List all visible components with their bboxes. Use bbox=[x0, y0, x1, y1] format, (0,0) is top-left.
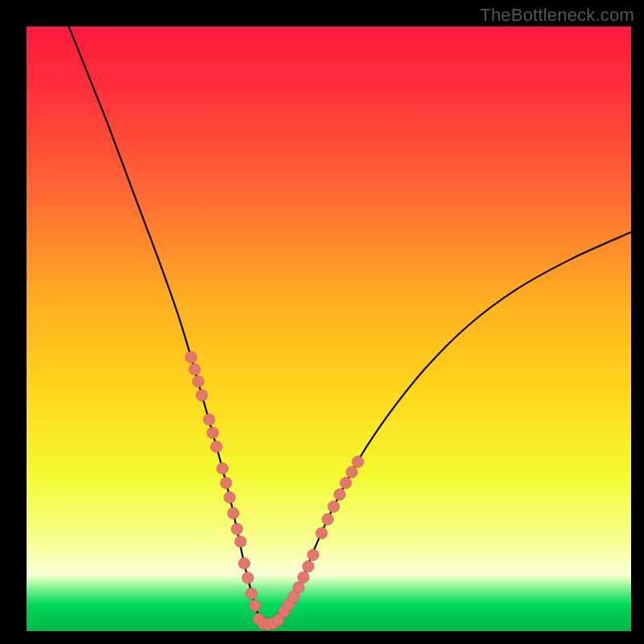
data-dot bbox=[231, 523, 242, 535]
data-dot bbox=[328, 501, 339, 512]
data-dot bbox=[221, 477, 232, 489]
data-dot bbox=[224, 492, 235, 503]
data-dot bbox=[346, 466, 357, 477]
data-dot bbox=[246, 588, 257, 599]
gradient-background bbox=[27, 27, 631, 631]
data-dot bbox=[217, 463, 228, 474]
data-dot bbox=[207, 427, 218, 438]
data-dot bbox=[316, 527, 327, 539]
data-dot bbox=[303, 560, 314, 572]
plot-area bbox=[27, 27, 631, 631]
data-dot bbox=[235, 536, 246, 547]
data-dot bbox=[322, 514, 333, 525]
data-dot bbox=[211, 441, 222, 452]
data-dot bbox=[298, 572, 309, 583]
data-dot bbox=[293, 582, 304, 593]
data-dot bbox=[204, 414, 215, 425]
data-dot bbox=[272, 614, 283, 625]
data-dot bbox=[242, 572, 254, 584]
data-dot bbox=[238, 558, 250, 569]
watermark-text: TheBottleneck.com bbox=[480, 5, 634, 26]
data-dot bbox=[196, 390, 208, 401]
data-dot bbox=[308, 549, 319, 560]
data-dot bbox=[340, 477, 351, 489]
data-dot bbox=[228, 507, 239, 518]
data-dot bbox=[192, 376, 204, 387]
data-dot bbox=[352, 456, 363, 468]
data-dot bbox=[185, 352, 196, 363]
data-dot bbox=[334, 489, 345, 500]
data-dot bbox=[189, 364, 200, 375]
plot-svg bbox=[27, 27, 631, 631]
chart-frame: TheBottleneck.com bbox=[0, 0, 644, 644]
data-dot bbox=[250, 600, 261, 611]
